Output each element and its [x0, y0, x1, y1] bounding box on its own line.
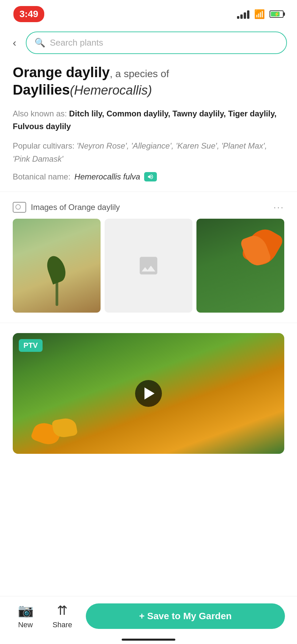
- new-button[interactable]: 📷 New: [12, 603, 39, 629]
- save-garden-label: + Save to My Garden: [139, 611, 232, 622]
- speaker-icon: [147, 173, 154, 180]
- popular-cultivars: Popular cultivars: 'Neyron Rose', 'Alleg…: [13, 140, 284, 165]
- wifi-icon: 📶: [254, 9, 265, 19]
- images-header-left: Images of Orange daylily: [13, 202, 120, 213]
- search-icon: 🔍: [35, 38, 45, 48]
- plant-info: Orange daylily, a species of Daylilies(H…: [0, 60, 297, 181]
- share-button[interactable]: ⇈ Share: [49, 603, 76, 629]
- back-button[interactable]: ‹: [10, 35, 19, 50]
- sound-button[interactable]: [144, 172, 157, 181]
- battery-icon: ⚡: [270, 10, 284, 18]
- plant-name: Orange daylily, a species of: [13, 64, 169, 80]
- plant-image-3[interactable]: [196, 219, 284, 313]
- status-time: 3:49: [13, 6, 44, 22]
- search-area: ‹ 🔍 Search plants: [0, 25, 297, 60]
- plant-image-2[interactable]: [105, 219, 192, 313]
- plant-image-1[interactable]: [13, 219, 101, 313]
- search-bar[interactable]: 🔍 Search plants: [26, 32, 287, 54]
- save-to-garden-button[interactable]: + Save to My Garden: [86, 603, 285, 629]
- more-options-button[interactable]: ···: [274, 202, 284, 213]
- image-frame-icon: [13, 202, 26, 213]
- share-label: Share: [53, 621, 72, 629]
- new-label: New: [18, 621, 33, 629]
- images-grid: [13, 219, 284, 313]
- search-input[interactable]: Search plants: [50, 38, 103, 48]
- divider-2: [0, 323, 297, 323]
- video-container[interactable]: PTV: [13, 333, 284, 454]
- images-header: Images of Orange daylily ···: [13, 202, 284, 213]
- share-icon: ⇈: [57, 603, 68, 618]
- signal-icon: [237, 9, 249, 19]
- play-button[interactable]: [135, 380, 162, 407]
- image-placeholder-icon: [137, 254, 160, 277]
- video-section: PTV: [13, 333, 284, 454]
- bottom-bar: 📷 New ⇈ Share + Save to My Garden: [0, 596, 297, 644]
- camera-icon: 📷: [18, 603, 34, 618]
- plant-family: Daylilies(Hemerocallis): [13, 82, 284, 98]
- plant-title: Orange daylily, a species of: [13, 63, 284, 82]
- ptv-badge: PTV: [19, 339, 43, 352]
- divider-1: [0, 192, 297, 192]
- home-indicator: [122, 639, 175, 641]
- status-bar: 3:49 📶 ⚡: [0, 0, 297, 25]
- images-section-title: Images of Orange daylily: [31, 203, 120, 212]
- botanical-name-row: Botanical name: Hemerocallis fulva: [13, 172, 284, 181]
- play-icon: [144, 387, 155, 399]
- status-icons: 📶 ⚡: [237, 9, 284, 19]
- images-section: Images of Orange daylily ···: [0, 202, 297, 313]
- also-known-as: Also known as: Ditch lily, Common daylil…: [13, 107, 284, 133]
